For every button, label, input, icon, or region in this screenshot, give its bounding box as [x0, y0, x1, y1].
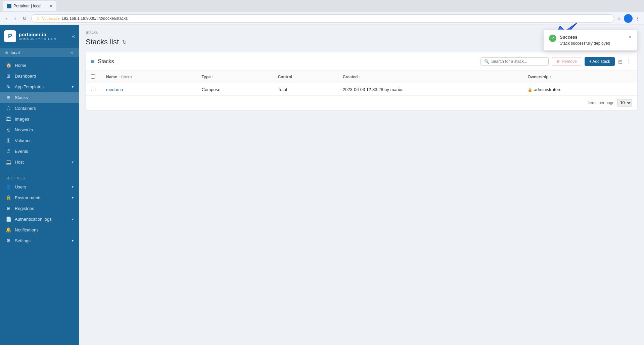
select-all-header: [86, 71, 101, 83]
host-icon: 💻: [5, 159, 11, 165]
search-icon: 🔍: [484, 59, 489, 64]
sidebar-item-notifications[interactable]: 🔔 Notifications: [0, 224, 79, 235]
layout-toggle-button[interactable]: ⊟: [618, 58, 623, 65]
sidebar-item-app-templates[interactable]: ✎ App Templates ▾: [0, 81, 79, 92]
not-secure-label: Not secure: [42, 16, 59, 20]
profile-button[interactable]: 👤: [624, 14, 633, 23]
sidebar-item-stacks[interactable]: ≡ Stacks: [0, 92, 79, 103]
forward-button[interactable]: ›: [12, 15, 18, 22]
created-sort-icon: ↕: [359, 75, 361, 79]
stack-name-cell: medama: [101, 83, 196, 96]
filter-label: Filter: [121, 75, 129, 79]
registries-icon: ⊕: [5, 206, 11, 211]
images-icon: 🖼: [5, 116, 11, 122]
reload-button[interactable]: ↻: [20, 15, 29, 22]
settings-nav: Settings 👤 Users ▾ 🔒 Environments ▾ ⊕ Re…: [0, 170, 79, 249]
tab-close-button[interactable]: ✕: [49, 4, 52, 8]
sidebar-item-auth-logs[interactable]: 📄 Authentication logs ▾: [0, 214, 79, 224]
type-header[interactable]: Type ↕: [196, 71, 273, 83]
extensions-button[interactable]: ⋮: [635, 16, 640, 21]
events-icon: ⏱: [5, 148, 11, 154]
row-checkbox[interactable]: [91, 87, 95, 91]
sidebar-item-label: Notifications: [15, 227, 39, 232]
stack-ownership-cell: 🔒 administrators: [522, 83, 637, 96]
sidebar-item-networks[interactable]: ⎘ Networks: [0, 124, 79, 135]
chevron-down-icon: ▾: [72, 196, 74, 200]
row-checkbox-cell: [86, 83, 101, 96]
refresh-button[interactable]: ↻: [122, 39, 127, 45]
sidebar-item-environments[interactable]: 🔒 Environments ▾: [0, 192, 79, 203]
sidebar-item-label: App Templates: [15, 84, 44, 89]
sidebar-item-host[interactable]: 💻 Host ▾: [0, 157, 79, 167]
remove-button[interactable]: 🗑 Remove: [552, 57, 581, 66]
bookmark-button[interactable]: ☆: [617, 16, 621, 21]
sidebar-item-containers[interactable]: ⬡ Containers: [0, 103, 79, 114]
logo-name: portainer.io: [19, 32, 56, 37]
networks-icon: ⎘: [5, 127, 11, 132]
settings-section-label: Settings: [0, 173, 79, 181]
more-options-button[interactable]: ⋮: [626, 58, 632, 65]
search-box[interactable]: 🔍: [480, 57, 549, 66]
name-filter-button[interactable]: Filter ▾: [121, 75, 132, 79]
sidebar-item-label: Containers: [15, 106, 36, 111]
sidebar-item-dashboard[interactable]: ⊞ Dashboard: [0, 71, 79, 81]
sidebar-item-label: Images: [15, 117, 29, 122]
add-stack-label: + Add stack: [589, 59, 610, 64]
address-text: 192.168.1.18:9000/#/2/docker/stacks: [62, 16, 128, 21]
logo-edition: Community Edition: [19, 37, 56, 41]
sidebar-item-images[interactable]: 🖼 Images: [0, 114, 79, 124]
ownership-sort-icon: ↕: [550, 75, 551, 79]
sidebar-item-label: Registries: [15, 206, 34, 211]
page-title: Stacks list: [86, 38, 119, 46]
sidebar-item-label: Events: [15, 149, 28, 154]
notifications-icon: 🔔: [5, 227, 11, 232]
sidebar-item-home[interactable]: 🏠 Home: [0, 60, 79, 71]
control-header[interactable]: Control: [272, 71, 337, 83]
env-status-dot: [5, 51, 8, 54]
created-header-label: Created: [343, 75, 358, 79]
stack-name-link[interactable]: medama: [106, 87, 123, 92]
auth-logs-icon: 📄: [5, 216, 11, 222]
type-header-label: Type: [202, 75, 211, 79]
remove-label: Remove: [562, 59, 577, 64]
app-layout: P portainer.io Community Edition « local…: [0, 25, 644, 345]
notification-popup: ✓ Success Stack successfully deployed ×: [543, 30, 637, 51]
name-header[interactable]: Name ↕ Filter ▾: [101, 71, 196, 83]
chevron-down-icon: ▾: [72, 217, 74, 221]
app-templates-icon: ✎: [5, 84, 11, 89]
table-footer: Items per page 10 25 50: [86, 96, 637, 110]
sidebar-item-label: Networks: [15, 127, 33, 132]
address-input[interactable]: ⚠ Not secure 192.168.1.18:9000/#/2/docke…: [31, 14, 614, 23]
search-input[interactable]: [491, 59, 545, 64]
sidebar-item-volumes[interactable]: 🗄 Volumes: [0, 135, 79, 146]
chevron-down-icon: ▾: [72, 85, 74, 89]
address-bar-row: ‹ › ↻ ⚠ Not secure 192.168.1.18:9000/#/2…: [0, 12, 644, 25]
ownership-header[interactable]: Ownership ↕: [522, 71, 637, 83]
active-tab[interactable]: Portainer | local ✕: [3, 1, 56, 11]
env-close-button[interactable]: ✕: [70, 50, 74, 55]
ownership-icon: 🔒: [527, 87, 533, 92]
sidebar-item-label: Settings: [15, 238, 31, 243]
sidebar-item-label: Home: [15, 63, 27, 68]
type-sort-icon: ↕: [212, 75, 214, 79]
name-header-label: Name: [106, 75, 117, 79]
created-header[interactable]: Created ↕: [337, 71, 522, 83]
stacks-table-body: medama Compose Total 2023-06-03 12:33:28…: [86, 83, 637, 96]
select-all-checkbox[interactable]: [91, 74, 95, 79]
ownership-header-label: Ownership: [527, 75, 548, 79]
environments-icon: 🔒: [5, 195, 11, 200]
sidebar-item-settings[interactable]: ⚙ Settings ▾: [0, 235, 79, 246]
security-icon: ⚠: [36, 16, 40, 20]
sidebar-item-events[interactable]: ⏱ Events: [0, 146, 79, 157]
sidebar-item-users[interactable]: 👤 Users ▾: [0, 181, 79, 192]
notification-close-button[interactable]: ×: [629, 35, 632, 40]
tab-favicon: [7, 4, 11, 8]
back-button[interactable]: ‹: [4, 15, 10, 22]
add-stack-button[interactable]: + Add stack: [585, 57, 615, 66]
sidebar: P portainer.io Community Edition « local…: [0, 25, 79, 345]
sidebar-collapse-button[interactable]: «: [72, 33, 75, 39]
stacks-panel: ≡ Stacks 🔍 🗑 Remove + Add stack ⊟ ⋮: [86, 52, 637, 110]
containers-icon: ⬡: [5, 105, 11, 111]
items-per-page-select[interactable]: 10 25 50: [617, 99, 632, 106]
sidebar-item-registries[interactable]: ⊕ Registries: [0, 203, 79, 214]
